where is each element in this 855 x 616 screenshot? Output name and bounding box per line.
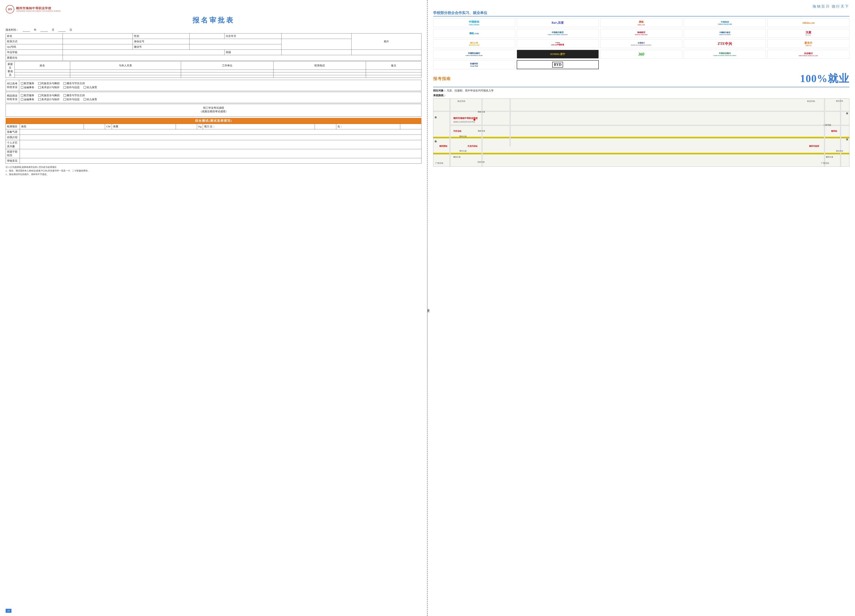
- day-field[interactable]: [58, 28, 66, 32]
- gaokao-row2: 金融事务 美术设计与制作 软件与信息 幼儿保育: [21, 86, 420, 89]
- family-row2-work[interactable]: [181, 72, 274, 75]
- employment-rate: 100%就业: [451, 72, 849, 86]
- kg-label: Kg: [197, 124, 203, 129]
- year-label: 年: [34, 28, 37, 32]
- specialty-section-2: 精品就业特色专业 航空服务 民族音乐与舞蹈 播音与节目主持 金融事务 美术设计与…: [6, 92, 421, 103]
- logo-china-mobile: 中国移动 China Mobile: [433, 18, 515, 27]
- measure-table: 检测项目 身高 CM 体重 Kg 视力 左： 右： 形象气质 自我介绍 个人才艺…: [6, 124, 421, 164]
- vision-left[interactable]: [315, 124, 336, 129]
- family-row2-name[interactable]: [15, 72, 70, 75]
- family-row2-note[interactable]: [366, 72, 421, 75]
- photo-cell: 相片: [351, 34, 421, 50]
- talent-label: 个人才艺及兴趣: [6, 140, 20, 149]
- school-field[interactable]: [63, 50, 224, 55]
- family-row3-phone[interactable]: [274, 75, 366, 78]
- family-row2-rel[interactable]: [70, 72, 181, 75]
- label-tianlong: 天龙汽车站: [467, 145, 477, 147]
- guide-route: 来校路线：: [433, 93, 849, 97]
- cm-label: CM: [105, 124, 112, 129]
- name-label: 姓名: [6, 34, 63, 39]
- date-row: 报名时间： 年 月 日: [6, 28, 421, 32]
- label-nanling-ave2: 南岭大道: [478, 130, 485, 132]
- weight-field[interactable]: [176, 124, 197, 129]
- family-row1-phone[interactable]: [274, 70, 366, 72]
- logo-ctrip: 携程 ctrip: [433, 29, 515, 38]
- birth-field[interactable]: [281, 34, 351, 39]
- family-row1-rel[interactable]: [70, 70, 181, 72]
- family-row3-work[interactable]: [181, 75, 274, 78]
- vision-right[interactable]: [400, 124, 421, 129]
- logo-jinjiang: 锦江之星 JINJIANG INN: [433, 39, 515, 48]
- month-field[interactable]: [40, 28, 48, 32]
- address-label: 家庭住址: [6, 55, 63, 61]
- cb-art-2: 美术设计与制作: [38, 98, 60, 101]
- emp-row1: 航空服务 民族音乐与舞蹈 播音与节目主持: [21, 93, 420, 97]
- cb-art-1: 美术设计与制作: [38, 86, 60, 89]
- cadre-field[interactable]: [20, 149, 421, 158]
- logo-suning: SUNING 苏宁: [517, 50, 599, 58]
- name-field[interactable]: [63, 34, 133, 39]
- month-label: 月: [52, 28, 54, 32]
- label-gov: 郴州市政府: [809, 145, 819, 147]
- cadre-label: 班团干部经历: [6, 149, 20, 158]
- logo-360: 360: [600, 50, 682, 58]
- label-chenzhou-station: 郴州站: [831, 130, 837, 133]
- talent-field[interactable]: [20, 140, 421, 149]
- family-table: 家庭主要成员 姓名 与本人关系 工作单位 联系电话 备注: [6, 61, 421, 78]
- logo-new-east: 新东方 XDF.CN: [768, 39, 849, 48]
- height-field[interactable]: [84, 124, 105, 129]
- company-logos-grid: 中国移动 China Mobile Bai🐾百度 搜狐 sohu.com 中国电…: [433, 18, 849, 69]
- label-bus-station: 汽车总站: [454, 130, 461, 133]
- family-row2-phone[interactable]: [274, 72, 366, 75]
- cb-broadcast-1: 播音与节目主持: [64, 81, 85, 85]
- family-row3-name[interactable]: [15, 75, 70, 78]
- gender-label: 性别: [133, 34, 190, 39]
- label-bulipng: 卜里坪路: [823, 124, 831, 127]
- label-qingnian1: 青年大道: [460, 135, 467, 138]
- family-main-label: 家庭主要成员: [6, 61, 15, 78]
- logo-china-telecom: 中国电信 CHINA TELECOM: [684, 18, 766, 27]
- road-qingnian2: [433, 153, 849, 155]
- extra-cell: [351, 50, 421, 55]
- label-qingnian2: 青年大道: [460, 150, 467, 152]
- road-wugao: [449, 99, 450, 166]
- family-row1-work[interactable]: [181, 70, 274, 72]
- family-row1-name[interactable]: [15, 70, 70, 72]
- year-field[interactable]: [23, 28, 30, 32]
- road-nanling: [481, 99, 483, 166]
- specialty-container: 对口高考特色专业 航空服务 民族音乐与舞蹈 播音与节目主持 金融事务 美术设计与…: [6, 80, 421, 103]
- label-nanling-ave: 南岭大道: [478, 111, 485, 113]
- id-field[interactable]: [190, 39, 281, 44]
- birth-label: 出生年月: [225, 34, 282, 39]
- road-zixing: [840, 99, 841, 166]
- gaokao-label: 对口高考特色专业: [6, 80, 19, 91]
- right-panel: 海纳百川 德行天下 学校部分校企合作实习、就业单位 中国移动 China Mob…: [428, 0, 855, 616]
- cb-broadcast-2: 播音与节目主持: [64, 93, 85, 97]
- qq-field[interactable]: [63, 44, 133, 50]
- logo-alibaba: Alibaba.com: [768, 18, 849, 27]
- note-3: 3、报名测试学生的相片、资料等不予退还。: [6, 173, 421, 176]
- guide-target: 招生对象： 凡应、往届初、高中毕业生均可报名入学: [433, 89, 849, 92]
- family-row3-note[interactable]: [366, 75, 421, 78]
- logo-zte: ZTE中兴: [684, 39, 766, 48]
- class-field[interactable]: [281, 50, 351, 55]
- cb-music-1: 民族音乐与舞蹈: [38, 81, 60, 85]
- logo-minsheng: 中国民生银行 CHINA MINSHENG BANK: [433, 50, 515, 58]
- appearance-field[interactable]: [20, 129, 421, 135]
- exam-label2: （或最近模拟考试成绩）: [8, 110, 419, 113]
- fh-work: 工作单位: [181, 61, 274, 70]
- label-chenzhou-west: 郴州西站: [439, 145, 447, 147]
- review-field[interactable]: [20, 158, 421, 164]
- page-number: 20: [6, 609, 11, 613]
- vision-right-label: 右：: [336, 124, 400, 129]
- contact-field[interactable]: [63, 39, 133, 44]
- family-row3-rel[interactable]: [70, 75, 181, 78]
- road-nanlng2: [510, 99, 511, 146]
- gender-field[interactable]: [190, 34, 225, 39]
- wechat-field[interactable]: [190, 44, 281, 50]
- address-field[interactable]: [63, 55, 421, 61]
- school-name-en: CHENZHOU HAINA SECONDAY VOCATIONAL SCHOO…: [16, 10, 61, 12]
- date-label: 报名时间：: [6, 28, 18, 32]
- intro-field[interactable]: [20, 135, 421, 140]
- family-row1-note[interactable]: [366, 70, 421, 72]
